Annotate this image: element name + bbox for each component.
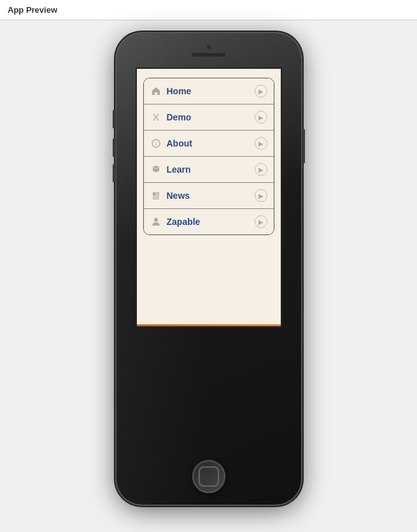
- menu-item-learn[interactable]: Learn ▶: [144, 157, 274, 183]
- menu-list: Home ▶ Demo ▶: [143, 78, 274, 235]
- menu-item-zapable[interactable]: Zapable ▶: [144, 209, 274, 234]
- menu-arrow-learn: ▶: [255, 163, 267, 176]
- menu-arrow-home: ▶: [255, 85, 267, 97]
- menu-label-news: News: [167, 191, 255, 201]
- menu-item-news[interactable]: News ▶: [144, 183, 274, 209]
- menu-arrow-zapable: ▶: [255, 215, 267, 228]
- news-icon: [150, 190, 162, 201]
- iphone-bottom: [192, 460, 225, 493]
- screen-bottom-bar: [137, 324, 281, 326]
- menu-label-about: About: [167, 138, 255, 148]
- menu-container: Home ▶ Demo ▶: [137, 69, 281, 244]
- menu-arrow-news: ▶: [255, 189, 267, 202]
- home-button[interactable]: [192, 460, 225, 493]
- svg-text:i: i: [155, 141, 156, 147]
- menu-item-home[interactable]: Home ▶: [144, 78, 274, 104]
- learn-icon: [150, 164, 162, 175]
- iphone-top: [117, 33, 301, 57]
- page-header: App Preview: [0, 0, 417, 20]
- svg-point-2: [154, 218, 158, 222]
- menu-label-learn: Learn: [167, 164, 255, 175]
- iphone-shell: Home ▶ Demo ▶: [117, 33, 301, 505]
- page-title: App Preview: [8, 5, 57, 15]
- menu-arrow-demo: ▶: [255, 111, 267, 124]
- menu-item-about[interactable]: i About ▶: [144, 131, 274, 157]
- iphone-screen: Home ▶ Demo ▶: [136, 68, 282, 327]
- menu-label-demo: Demo: [167, 112, 255, 122]
- zapable-icon: [150, 216, 162, 227]
- menu-label-home: Home: [167, 86, 255, 96]
- home-button-inner: [199, 466, 219, 487]
- speaker: [191, 52, 226, 57]
- menu-item-demo[interactable]: Demo ▶: [144, 104, 274, 131]
- about-icon: i: [150, 138, 162, 149]
- demo-icon: [150, 111, 162, 123]
- camera: [206, 45, 211, 50]
- menu-arrow-about: ▶: [255, 137, 267, 150]
- menu-label-zapable: Zapable: [167, 217, 255, 227]
- home-icon: [150, 85, 162, 97]
- page-content: Home ▶ Demo ▶: [0, 20, 417, 529]
